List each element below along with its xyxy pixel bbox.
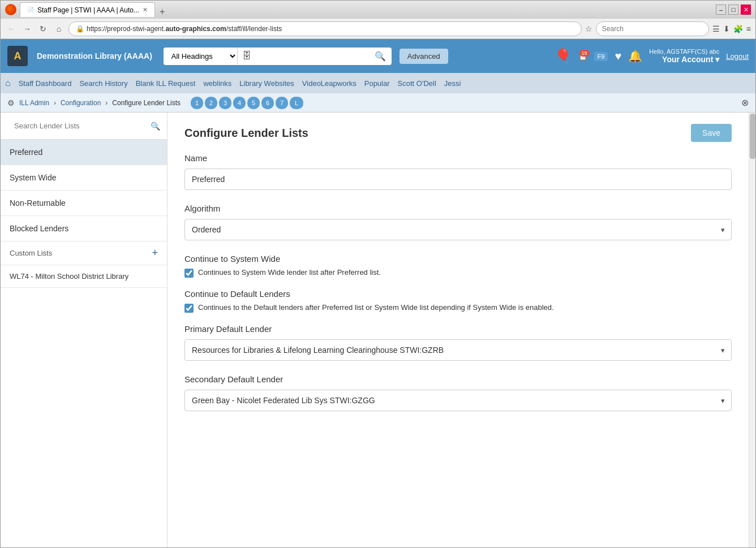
header-tools: 🎈 📋 19 F9 ♥ 🔔 Hello, AGSTAFF(CS) abc You… — [555, 48, 749, 64]
app-logo-icon: A — [7, 46, 28, 66]
heart-icon[interactable]: ♥ — [615, 50, 621, 63]
search-lender-input[interactable] — [7, 117, 147, 135]
nav-bar: ⌂ Staff Dashboard Search History Blank I… — [1, 73, 755, 93]
name-label: Name — [184, 153, 732, 163]
f9-badge-area: F9 — [594, 52, 608, 61]
continue-default-checkbox[interactable] — [184, 304, 194, 313]
close-window-button[interactable]: ✕ — [741, 5, 751, 15]
continue-system-wide-label: Continue to System Wide — [184, 254, 732, 264]
account-label[interactable]: Your Account ▾ — [662, 55, 719, 64]
nav-blank-ill-request[interactable]: Blank ILL Request — [136, 79, 196, 88]
step-6-button[interactable]: 6 — [261, 97, 274, 109]
hello-text: Hello, AGSTAFF(CS) abc — [649, 48, 719, 55]
sidebar-item-system-wide[interactable]: System Wide — [1, 165, 167, 191]
step-2-button[interactable]: 2 — [205, 97, 217, 109]
advanced-button[interactable]: Advanced — [400, 49, 448, 64]
heading-select[interactable]: All Headings — [164, 48, 237, 64]
nav-scott-odell[interactable]: Scott O'Dell — [398, 79, 436, 88]
main-search-input[interactable] — [256, 49, 369, 64]
name-section: Name — [184, 153, 732, 190]
refresh-button[interactable]: ↻ — [37, 23, 49, 35]
title-bar: 📄 Staff Page | STWI | AAAA | Auto... ✕ +… — [1, 1, 755, 19]
tab-bar: 📄 Staff Page | STWI | AAAA | Auto... ✕ + — [20, 2, 712, 17]
f9-badge: F9 — [594, 52, 608, 61]
save-button[interactable]: Save — [691, 124, 732, 142]
step-7-button[interactable]: 7 — [276, 97, 288, 109]
continue-default-section: Continue to Default Lenders Continues to… — [184, 289, 732, 313]
continue-default-row: Continues to the Default lenders after P… — [184, 303, 732, 313]
primary-default-label: Primary Default Lender — [184, 324, 732, 334]
notification-badge: 19 — [579, 50, 590, 57]
breadcrumb-sep-2: › — [105, 99, 108, 107]
address-bar: ← → ↻ ⌂ 🔒 https://preprod-stwi-agent.aut… — [1, 19, 755, 39]
scroll-thumb[interactable] — [750, 114, 755, 159]
continue-system-wide-text: Continues to System Wide lender list aft… — [198, 268, 381, 277]
browser-toolbar-icons: ☰ ⬇ 🧩 ≡ — [712, 24, 751, 33]
active-tab[interactable]: 📄 Staff Page | STWI | AAAA | Auto... ✕ — [20, 2, 155, 17]
main-content: 🔍 Preferred System Wide Non-Returnable B… — [1, 113, 755, 547]
tab-close-button[interactable]: ✕ — [143, 6, 148, 14]
step-l-button[interactable]: L — [290, 97, 303, 109]
sidebar: 🔍 Preferred System Wide Non-Returnable B… — [1, 113, 167, 547]
secondary-default-select-container: Green Bay - Nicolet Federated Lib Sys ST… — [184, 390, 732, 411]
primary-default-select[interactable]: Resources for Libraries & Lifelong Learn… — [184, 339, 732, 361]
url-bar[interactable]: 🔒 https://preprod-stwi-agent.auto-graphi… — [68, 21, 582, 36]
logout-button[interactable]: Logout — [726, 52, 749, 61]
name-input[interactable] — [184, 169, 732, 190]
sidebar-item-preferred[interactable]: Preferred — [1, 140, 167, 165]
sidebar-item-blocked-lenders[interactable]: Blocked Lenders — [1, 216, 167, 241]
step-5-button[interactable]: 5 — [247, 97, 260, 109]
nav-home-button[interactable]: ⌂ — [5, 78, 11, 88]
nav-search-history[interactable]: Search History — [79, 79, 127, 88]
breadcrumb-current: Configure Lender Lists — [112, 99, 181, 107]
extension-icon[interactable]: 🧩 — [733, 24, 743, 33]
step-1-button[interactable]: 1 — [191, 97, 203, 109]
account-chevron: ▾ — [715, 55, 719, 64]
step-buttons: 1 2 3 4 5 6 7 L — [191, 97, 303, 109]
url-text: https://preprod-stwi-agent.auto-graphics… — [87, 25, 282, 33]
database-icon[interactable]: 🗄 — [238, 51, 256, 61]
nav-jessi[interactable]: Jessi — [444, 79, 461, 88]
sidebar-item-custom-wl74[interactable]: WL74 - Milton School District Library — [1, 265, 167, 288]
browser-search-input[interactable] — [596, 21, 709, 36]
add-custom-list-button[interactable]: + — [152, 247, 158, 259]
step-3-button[interactable]: 3 — [219, 97, 231, 109]
download-icon[interactable]: ⬇ — [723, 24, 730, 33]
sidebar-item-non-returnable[interactable]: Non-Returnable — [1, 191, 167, 216]
balloon-icon: 🎈 — [555, 48, 572, 64]
secondary-default-select[interactable]: Green Bay - Nicolet Federated Lib Sys ST… — [184, 390, 732, 411]
nav-videoleapworks[interactable]: VideoLeapworks — [302, 79, 356, 88]
user-section: Hello, AGSTAFF(CS) abc Your Account ▾ — [649, 48, 719, 64]
reader-icon[interactable]: ☰ — [712, 24, 720, 33]
main-search-button[interactable]: 🔍 — [369, 48, 392, 65]
step-4-button[interactable]: 4 — [233, 97, 246, 109]
continue-system-wide-checkbox[interactable] — [184, 269, 194, 278]
nav-popular[interactable]: Popular — [364, 79, 390, 88]
algorithm-select[interactable]: Ordered Round Robin Random — [184, 219, 732, 240]
maximize-button[interactable]: □ — [728, 5, 738, 15]
scrollbar[interactable] — [749, 113, 755, 547]
window-controls: – □ ✕ — [716, 5, 751, 15]
custom-lists-header: Custom Lists + — [1, 241, 167, 265]
primary-default-select-container: Resources for Libraries & Lifelong Learn… — [184, 339, 732, 361]
new-tab-button[interactable]: + — [160, 7, 165, 17]
breadcrumb-close-button[interactable]: ⊗ — [741, 97, 749, 108]
custom-lists-label: Custom Lists — [10, 249, 152, 257]
search-lender-icon[interactable]: 🔍 — [151, 122, 160, 131]
breadcrumb-configuration[interactable]: Configuration — [61, 99, 101, 107]
breadcrumb-ill-admin[interactable]: ILL Admin — [19, 99, 49, 107]
minimize-button[interactable]: – — [716, 5, 726, 15]
nav-weblinks[interactable]: weblinks — [203, 79, 231, 88]
forward-button[interactable]: → — [21, 23, 33, 35]
nav-library-websites[interactable]: Library Websites — [239, 79, 294, 88]
primary-default-section: Primary Default Lender Resources for Lib… — [184, 324, 732, 361]
back-button[interactable]: ← — [5, 23, 18, 35]
bell-icon[interactable]: 🔔 — [628, 49, 642, 63]
nav-staff-dashboard[interactable]: Staff Dashboard — [19, 79, 72, 88]
tab-title: Staff Page | STWI | AAAA | Auto... — [37, 6, 139, 14]
bookmark-icon[interactable]: ☆ — [585, 24, 592, 33]
notification-area[interactable]: 📋 19 — [578, 52, 587, 61]
home-nav-button[interactable]: ⌂ — [53, 23, 65, 35]
menu-icon[interactable]: ≡ — [746, 24, 751, 33]
breadcrumb-sep-1: › — [54, 99, 56, 107]
